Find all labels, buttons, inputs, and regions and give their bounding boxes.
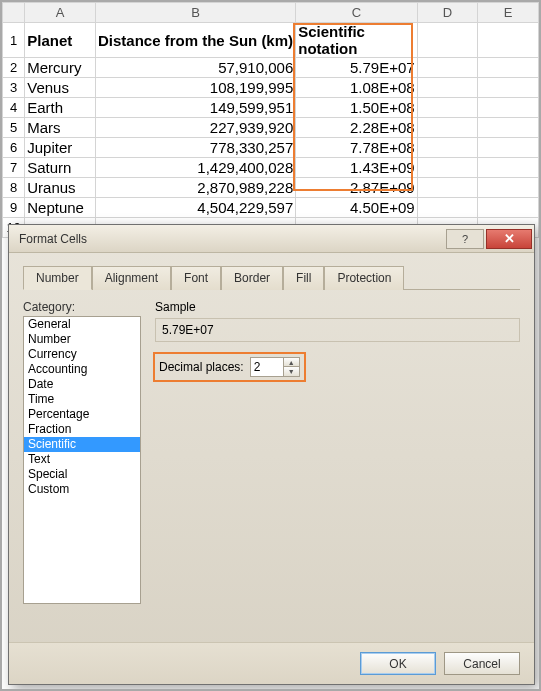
category-listbox[interactable]: GeneralNumberCurrencyAccountingDateTimeP… [23, 316, 141, 604]
cell[interactable] [417, 78, 478, 98]
tab-fill[interactable]: Fill [283, 266, 324, 290]
tab-font[interactable]: Font [171, 266, 221, 290]
cell[interactable]: Scientific notation [296, 23, 417, 58]
dialog-tabs: NumberAlignmentFontBorderFillProtection [23, 265, 520, 290]
cell[interactable] [478, 178, 539, 198]
row-header-9[interactable]: 9 [3, 198, 25, 218]
cell[interactable]: Distance from the Sun (km) [96, 23, 296, 58]
category-item-general[interactable]: General [24, 317, 140, 332]
column-header-A[interactable]: A [25, 3, 96, 23]
category-item-currency[interactable]: Currency [24, 347, 140, 362]
cell[interactable]: 5.79E+07 [296, 58, 417, 78]
row-header-2[interactable]: 2 [3, 58, 25, 78]
cell[interactable] [417, 158, 478, 178]
dialog-titlebar[interactable]: Format Cells ? ✕ [9, 225, 534, 253]
row-header-6[interactable]: 6 [3, 138, 25, 158]
category-item-special[interactable]: Special [24, 467, 140, 482]
cell[interactable]: Uranus [25, 178, 96, 198]
format-cells-dialog: Format Cells ? ✕ NumberAlignmentFontBord… [8, 224, 535, 685]
cell[interactable]: Saturn [25, 158, 96, 178]
cell[interactable]: 7.78E+08 [296, 138, 417, 158]
decimal-places-input[interactable] [251, 358, 283, 376]
category-item-date[interactable]: Date [24, 377, 140, 392]
cell[interactable]: 4.50E+09 [296, 198, 417, 218]
column-header-C[interactable]: C [296, 3, 417, 23]
tab-border[interactable]: Border [221, 266, 283, 290]
cell[interactable]: 227,939,920 [96, 118, 296, 138]
cell[interactable]: 108,199,995 [96, 78, 296, 98]
cell[interactable] [417, 98, 478, 118]
row-header-3[interactable]: 3 [3, 78, 25, 98]
row-header-1[interactable]: 1 [3, 23, 25, 58]
cell[interactable] [478, 198, 539, 218]
tab-protection[interactable]: Protection [324, 266, 404, 290]
cell[interactable]: 149,599,951 [96, 98, 296, 118]
cell[interactable]: 1.50E+08 [296, 98, 417, 118]
decimal-places-label: Decimal places: [159, 360, 244, 374]
cell[interactable] [417, 138, 478, 158]
row-header-5[interactable]: 5 [3, 118, 25, 138]
category-item-time[interactable]: Time [24, 392, 140, 407]
category-item-percentage[interactable]: Percentage [24, 407, 140, 422]
cell[interactable]: Mercury [25, 58, 96, 78]
category-item-scientific[interactable]: Scientific [24, 437, 140, 452]
category-label: Category: [23, 300, 141, 314]
cell[interactable]: 1,429,400,028 [96, 158, 296, 178]
cell[interactable] [478, 158, 539, 178]
cell[interactable]: 4,504,229,597 [96, 198, 296, 218]
cancel-button[interactable]: Cancel [444, 652, 520, 675]
cell[interactable] [478, 98, 539, 118]
sample-box: 5.79E+07 [155, 318, 520, 342]
dialog-title: Format Cells [19, 232, 446, 246]
cell[interactable] [417, 118, 478, 138]
tab-number[interactable]: Number [23, 266, 92, 290]
cell[interactable]: 1.08E+08 [296, 78, 417, 98]
cell[interactable]: 2.87E+09 [296, 178, 417, 198]
dialog-footer: OK Cancel [9, 642, 534, 684]
category-item-number[interactable]: Number [24, 332, 140, 347]
cell[interactable] [417, 178, 478, 198]
cell[interactable] [478, 23, 539, 58]
row-header-8[interactable]: 8 [3, 178, 25, 198]
cell[interactable] [417, 58, 478, 78]
cell[interactable]: 2.28E+08 [296, 118, 417, 138]
sample-label: Sample [155, 300, 520, 314]
cell[interactable] [417, 23, 478, 58]
category-item-accounting[interactable]: Accounting [24, 362, 140, 377]
row-header-7[interactable]: 7 [3, 158, 25, 178]
column-header-D[interactable]: D [417, 3, 478, 23]
cell[interactable] [478, 138, 539, 158]
sample-value: 5.79E+07 [162, 323, 214, 337]
ok-button[interactable]: OK [360, 652, 436, 675]
cell[interactable]: 1.43E+09 [296, 158, 417, 178]
cell[interactable] [417, 198, 478, 218]
cell[interactable]: Planet [25, 23, 96, 58]
spinner-up-icon[interactable]: ▲ [284, 358, 299, 367]
cell[interactable] [478, 118, 539, 138]
cell[interactable]: Earth [25, 98, 96, 118]
tab-alignment[interactable]: Alignment [92, 266, 171, 290]
cell[interactable] [478, 78, 539, 98]
column-header-E[interactable]: E [478, 3, 539, 23]
spinner-down-icon[interactable]: ▼ [284, 367, 299, 376]
help-button[interactable]: ? [446, 229, 484, 249]
cell[interactable]: Neptune [25, 198, 96, 218]
decimal-places-spinner[interactable]: ▲ ▼ [250, 357, 300, 377]
cell[interactable]: Venus [25, 78, 96, 98]
column-header-B[interactable]: B [96, 3, 296, 23]
corner-cell[interactable] [3, 3, 25, 23]
cell[interactable]: 778,330,257 [96, 138, 296, 158]
category-item-fraction[interactable]: Fraction [24, 422, 140, 437]
cell[interactable]: Jupiter [25, 138, 96, 158]
cell[interactable]: 57,910,006 [96, 58, 296, 78]
cell[interactable]: Mars [25, 118, 96, 138]
spreadsheet-grid[interactable]: ABCDE 1PlanetDistance from the Sun (km)S… [2, 2, 539, 238]
category-item-text[interactable]: Text [24, 452, 140, 467]
category-item-custom[interactable]: Custom [24, 482, 140, 497]
cell[interactable] [478, 58, 539, 78]
close-button[interactable]: ✕ [486, 229, 532, 249]
row-header-4[interactable]: 4 [3, 98, 25, 118]
cell[interactable]: 2,870,989,228 [96, 178, 296, 198]
